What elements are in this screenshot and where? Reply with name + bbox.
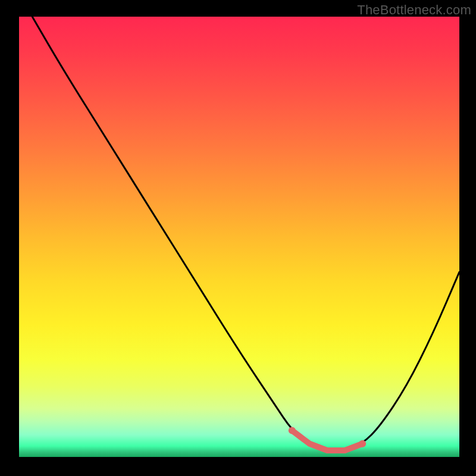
watermark-text: TheBottleneck.com	[357, 2, 471, 18]
chart-curve-overlay	[19, 17, 459, 457]
highlight-segment	[292, 431, 362, 450]
highlight-start-dot	[289, 427, 296, 434]
bottleneck-curve	[32, 17, 459, 450]
highlight-end-dot	[359, 440, 366, 447]
chart-plot-area	[19, 17, 459, 457]
